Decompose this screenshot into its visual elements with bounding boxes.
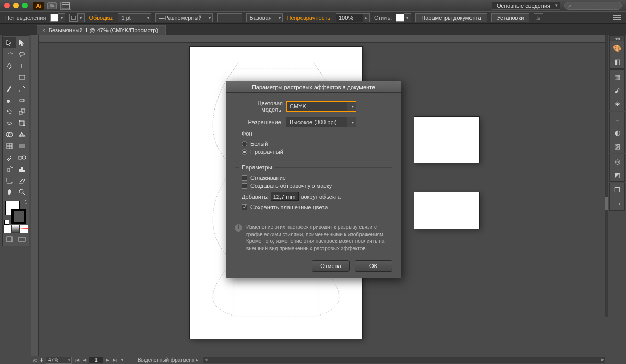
preserve-spot-checkbox[interactable]: Сохранять плашечные цвета: [242, 204, 386, 210]
next-artboard-icon[interactable]: ▶: [104, 357, 111, 363]
gradient-tool-icon[interactable]: [16, 140, 28, 152]
document-tab[interactable]: × Безымянный-1 @ 47% (CMYK/Просмотр): [37, 25, 166, 35]
blend-tool-icon[interactable]: [16, 152, 28, 163]
arrange-documents-icon[interactable]: [60, 2, 71, 10]
document-setup-button[interactable]: Параметры документа: [415, 13, 487, 22]
eyedropper-tool-icon[interactable]: [3, 152, 16, 163]
color-mode-none-icon[interactable]: ／: [20, 225, 28, 233]
pencil-tool-icon[interactable]: [16, 83, 28, 94]
workspace-switcher[interactable]: Основные сведения: [492, 2, 560, 10]
default-fill-stroke-icon[interactable]: [4, 220, 9, 225]
gradient-panel-icon[interactable]: ◐: [610, 126, 624, 139]
lasso-tool-icon[interactable]: [16, 48, 28, 60]
shape-builder-tool-icon[interactable]: [3, 129, 16, 140]
last-artboard-icon[interactable]: ▶|: [112, 357, 118, 363]
close-window-icon[interactable]: [4, 3, 10, 8]
horizontal-scrollbar[interactable]: [203, 357, 605, 363]
stroke-swatch[interactable]: [69, 14, 78, 22]
slice-tool-icon[interactable]: [16, 175, 28, 186]
selection-tool-icon[interactable]: [3, 37, 16, 48]
direct-selection-tool-icon[interactable]: [16, 37, 28, 48]
eraser-tool-icon[interactable]: [16, 94, 28, 106]
pen-tool-icon[interactable]: [3, 60, 16, 71]
magic-wand-tool-icon[interactable]: [3, 48, 16, 60]
paintbrush-tool-icon[interactable]: [3, 83, 16, 94]
perspective-grid-tool-icon[interactable]: [16, 129, 28, 140]
draw-normal-icon[interactable]: [3, 234, 16, 245]
status-leaf-icon[interactable]: ⎋: [33, 357, 37, 363]
artboard-tool-icon[interactable]: [3, 175, 16, 186]
screen-mode-icon[interactable]: [16, 234, 28, 245]
color-model-select[interactable]: CMYK▾: [286, 101, 356, 112]
color-guide-panel-icon[interactable]: ◧: [610, 55, 624, 68]
stroke-panel-icon[interactable]: ≡: [610, 112, 624, 126]
stroke-width-input[interactable]: 1 pt: [118, 13, 151, 22]
first-artboard-icon[interactable]: |◀: [74, 357, 80, 363]
fill-dropdown-icon[interactable]: ▾: [58, 13, 65, 22]
artboard-number-input[interactable]: [89, 357, 103, 363]
opacity-dropdown-icon[interactable]: ▸: [363, 13, 370, 22]
bridge-icon[interactable]: Br: [47, 2, 57, 9]
color-panel-icon[interactable]: 🎨: [610, 41, 624, 55]
swatches-panel-icon[interactable]: ▦: [610, 70, 624, 83]
column-graph-tool-icon[interactable]: [16, 163, 28, 175]
free-transform-tool-icon[interactable]: [16, 117, 28, 129]
type-tool-icon[interactable]: T: [16, 60, 28, 71]
bg-transparent-radio[interactable]: Прозрачный: [242, 149, 386, 155]
scale-tool-icon[interactable]: [16, 106, 28, 117]
zoom-window-icon[interactable]: [22, 3, 28, 8]
vertical-scrollbar[interactable]: [605, 35, 608, 317]
symbols-panel-icon[interactable]: ❀: [610, 97, 624, 111]
status-info-dropdown-icon[interactable]: ▸: [196, 358, 198, 362]
antialias-checkbox[interactable]: Сглаживание: [242, 175, 386, 181]
brushes-panel-icon[interactable]: 🖌: [610, 83, 624, 97]
clip-mask-checkbox[interactable]: Создавать обтравочную маску: [242, 183, 386, 189]
blob-brush-tool-icon[interactable]: [3, 94, 16, 106]
align-icon[interactable]: ⇲: [534, 13, 543, 22]
brush-preview[interactable]: [217, 13, 242, 22]
expand-dock-icon[interactable]: ◀◀: [610, 36, 624, 41]
search-input[interactable]: ⌕: [564, 2, 622, 10]
color-mode-gradient-icon[interactable]: [11, 225, 20, 233]
cancel-button[interactable]: Отмена: [312, 260, 350, 272]
appearance-panel-icon[interactable]: ◎: [610, 154, 624, 168]
scrollbar-thumb[interactable]: [605, 197, 608, 210]
mesh-tool-icon[interactable]: [3, 140, 16, 152]
minimize-window-icon[interactable]: [13, 3, 19, 8]
artboard-nav-dropdown-icon[interactable]: ▾: [119, 357, 125, 363]
line-tool-icon[interactable]: [3, 71, 16, 83]
bg-white-radio[interactable]: Белый: [242, 141, 386, 147]
fill-swatch[interactable]: [50, 14, 58, 22]
graphic-style-dropdown-icon[interactable]: ▾: [404, 13, 411, 22]
opacity-input[interactable]: [336, 13, 363, 22]
zoom-tool-icon[interactable]: [16, 186, 28, 198]
layers-panel-icon[interactable]: ❐: [610, 183, 624, 197]
stroke-color-icon[interactable]: [11, 209, 26, 224]
resolution-select[interactable]: Высокое (300 ppi)▾: [286, 117, 356, 127]
stroke-dropdown-icon[interactable]: ▾: [77, 13, 85, 22]
zoom-level-dropdown[interactable]: 47%: [46, 357, 72, 364]
fill-stroke-indicator[interactable]: ⤵: [3, 200, 28, 225]
graphic-style-swatch[interactable]: [396, 14, 404, 22]
hand-tool-icon[interactable]: [3, 186, 16, 198]
stroke-profile-dropdown[interactable]: — Равномерный: [155, 13, 213, 22]
svg-rect-16: [21, 109, 25, 112]
close-tab-icon[interactable]: ×: [42, 28, 45, 33]
prev-artboard-icon[interactable]: ◀: [81, 357, 88, 363]
swap-fill-stroke-icon[interactable]: ⤵: [25, 200, 27, 205]
add-amount-input[interactable]: [271, 192, 299, 201]
rectangle-tool-icon[interactable]: [16, 71, 28, 83]
rotate-tool-icon[interactable]: [3, 106, 16, 117]
control-menu-icon[interactable]: [613, 13, 621, 22]
symbol-sprayer-tool-icon[interactable]: [3, 163, 16, 175]
width-tool-icon[interactable]: [3, 117, 16, 129]
artboards-panel-icon[interactable]: ▭: [610, 197, 624, 210]
preferences-button[interactable]: Установки: [491, 13, 530, 22]
checkbox-off-icon: [242, 183, 247, 189]
color-mode-solid-icon[interactable]: [3, 225, 11, 233]
brush-dropdown[interactable]: Базовая: [246, 13, 283, 22]
graphic-styles-panel-icon[interactable]: ◩: [610, 168, 624, 181]
status-download-icon[interactable]: ⬇: [39, 357, 44, 363]
transparency-panel-icon[interactable]: ▨: [610, 139, 624, 153]
ok-button[interactable]: OK: [355, 260, 392, 272]
